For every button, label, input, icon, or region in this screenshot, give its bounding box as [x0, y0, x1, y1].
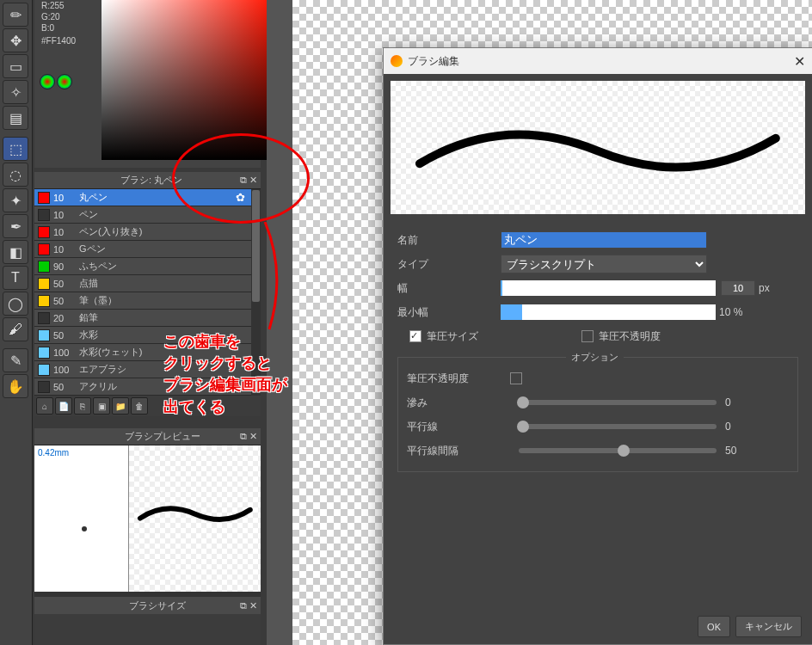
preview-dot [82, 526, 87, 531]
width-unit: px [759, 282, 770, 294]
magic-tool-icon[interactable]: ✧ [3, 80, 28, 104]
pressure-opacity-label: 筆圧不透明度 [599, 329, 661, 344]
eraser-tool-icon[interactable]: ◧ [3, 240, 28, 264]
brush-list-item[interactable]: 10Gペン [34, 241, 261, 258]
brush-size-header: ブラシサイズ ⧉ ✕ [34, 597, 261, 614]
gear-icon[interactable]: ✿ [236, 191, 245, 204]
gradient-tool-icon[interactable]: ▤ [3, 106, 28, 130]
rgb-readout: R:255 G:20 B:0 [41, 0, 65, 34]
hex-readout: #FF1400 [41, 36, 76, 46]
brush-list-item[interactable]: 20鉛筆 [34, 310, 261, 327]
minwidth-label: 最小幅 [397, 305, 501, 320]
brush-list-item[interactable]: 50点描 [34, 275, 261, 292]
interval-value: 50 [725, 445, 736, 457]
annotation-text: この歯車を クリックすると ブラシ編集画面が 出てくる [163, 331, 287, 418]
text-tool-icon[interactable]: T [3, 266, 28, 290]
popout-icon[interactable]: ⧉ [240, 175, 247, 186]
opt-pressure-opacity-checkbox[interactable] [510, 372, 522, 384]
popout-icon[interactable]: ⧉ [240, 431, 247, 442]
dialog-brush-preview [391, 81, 805, 214]
wand-tool-icon[interactable]: ✦ [3, 188, 28, 212]
rect-tool-icon[interactable]: ▭ [3, 54, 28, 78]
dialog-titlebar[interactable]: ブラシ編集 ✕ [384, 48, 812, 74]
color-panel: R:255 G:20 B:0 #FF1400 [34, 0, 261, 168]
palette-icon-2[interactable] [57, 74, 72, 89]
preview-mm-label: 0.42mm [38, 448, 69, 458]
close-icon[interactable]: ✕ [249, 175, 257, 186]
type-label: タイプ [397, 257, 501, 272]
dup-icon[interactable]: ⎘ [74, 397, 91, 415]
minwidth-value: 10 % [719, 306, 742, 318]
brush-list-item[interactable]: 10ペン [34, 206, 261, 224]
name-input[interactable] [501, 231, 707, 249]
preview-header: ブラシプレビュー ⧉ ✕ [34, 428, 261, 445]
pressure-size-label: 筆圧サイズ [427, 329, 478, 344]
annotation-arrow [256, 222, 299, 334]
palette-icon[interactable] [40, 74, 55, 89]
select-rect-icon[interactable]: ⬚ [3, 137, 28, 161]
bleed-value: 0 [725, 396, 731, 408]
home-icon[interactable]: ⌂ [36, 397, 53, 415]
group-icon[interactable]: ▣ [93, 397, 110, 415]
brush-list-item[interactable]: 10丸ペン✿ [34, 189, 261, 206]
close-icon[interactable]: ✕ [249, 431, 257, 442]
pressure-size-checkbox[interactable] [409, 330, 421, 342]
parallel-label: 平行線 [407, 420, 510, 434]
cancel-button[interactable]: キャンセル [735, 616, 802, 637]
brush-list-item[interactable]: 50筆（墨） [34, 292, 261, 310]
width-value[interactable]: 10 [721, 280, 755, 296]
brush-edit-dialog: ブラシ編集 ✕ 名前 タイプ ブラシスクリプト 幅 10 px 最小幅 10 % [383, 47, 812, 645]
close-icon[interactable]: ✕ [249, 600, 257, 611]
dialog-close-icon[interactable]: ✕ [794, 53, 805, 70]
name-label: 名前 [397, 233, 501, 248]
preview-stroke [136, 497, 255, 531]
shape-tool-icon[interactable]: ◯ [3, 292, 28, 316]
opt-pressure-opacity-label: 筆圧不透明度 [407, 372, 510, 386]
parallel-slider[interactable] [519, 424, 717, 429]
ok-button[interactable]: OK [698, 616, 730, 637]
width-label: 幅 [397, 281, 501, 296]
brush-preview-panel: ブラシプレビュー ⧉ ✕ 0.42mm ブラシサイズ ⧉ ✕ [34, 428, 261, 645]
lasso-tool-icon[interactable]: ◌ [3, 163, 28, 187]
minwidth-slider[interactable] [501, 304, 716, 320]
trash-icon[interactable]: 🗑 [131, 397, 148, 415]
hand-tool-icon[interactable]: ✋ [3, 374, 28, 398]
folder-icon[interactable]: 📁 [112, 397, 129, 415]
width-slider[interactable] [501, 280, 716, 296]
brush-list-item[interactable]: 10ペン(入り抜き) [34, 224, 261, 241]
options-fieldset: オプション 筆圧不透明度 滲み 0 平行線 0 平行線間隔 50 [397, 357, 798, 472]
preview-body: 0.42mm [34, 445, 261, 592]
interval-label: 平行線間隔 [407, 444, 510, 458]
app-logo-icon [391, 55, 403, 67]
bleed-slider[interactable] [519, 400, 717, 405]
pressure-opacity-checkbox[interactable] [581, 330, 594, 342]
brush-tool-icon[interactable]: ✏ [3, 3, 28, 27]
eyedropper-tool-icon[interactable]: ✎ [3, 348, 28, 372]
options-legend: オプション [566, 351, 624, 364]
color-picker[interactable] [102, 0, 274, 160]
brush-list-item[interactable]: 90ふちペン [34, 258, 261, 275]
new-icon[interactable]: 📄 [55, 397, 72, 415]
bleed-label: 滲み [407, 396, 510, 410]
parallel-value: 0 [725, 421, 731, 433]
brush-panel-header: ブラシ: 丸ペン ⧉ ✕ [34, 172, 261, 189]
interval-slider[interactable] [519, 448, 717, 453]
brush2-tool-icon[interactable]: 🖌 [3, 317, 28, 341]
move-tool-icon[interactable]: ✥ [3, 28, 28, 52]
tool-toolbar: ✏ ✥ ▭ ✧ ▤ ⬚ ◌ ✦ ✒ ◧ T ◯ 🖌 ✎ ✋ [0, 0, 33, 645]
pen-tool-icon[interactable]: ✒ [3, 214, 28, 238]
type-select[interactable]: ブラシスクリプト [501, 255, 707, 273]
brush-size-grid[interactable] [34, 614, 261, 645]
popout-icon[interactable]: ⧉ [240, 600, 247, 611]
